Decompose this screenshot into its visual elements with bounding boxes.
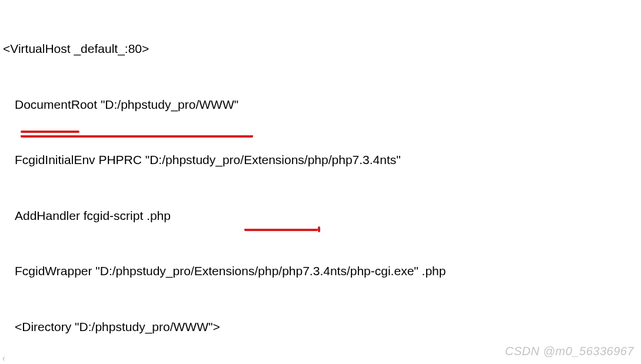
- config-line: DocumentRoot "D:/phpstudy_pro/WWW": [3, 95, 638, 114]
- red-underline-annotation: [21, 134, 253, 138]
- csdn-watermark: CSDN @m0_56336967: [505, 345, 634, 358]
- config-line: FcgidInitialEnv PHPRC "D:/phpstudy_pro/E…: [3, 151, 638, 169]
- scroll-left-icon: ‹: [2, 353, 5, 363]
- config-line: AddHandler fcgid-script .php: [3, 206, 638, 225]
- config-code-block: <VirtualHost _default_:80> DocumentRoot …: [0, 0, 641, 364]
- config-line: <VirtualHost _default_:80>: [3, 39, 638, 58]
- config-line: FcgidWrapper "D:/phpstudy_pro/Extensions…: [3, 262, 638, 280]
- red-underline-annotation: [244, 228, 318, 231]
- config-line-directory-open: <Directory "D:/phpstudy_pro/WWW">: [3, 318, 638, 336]
